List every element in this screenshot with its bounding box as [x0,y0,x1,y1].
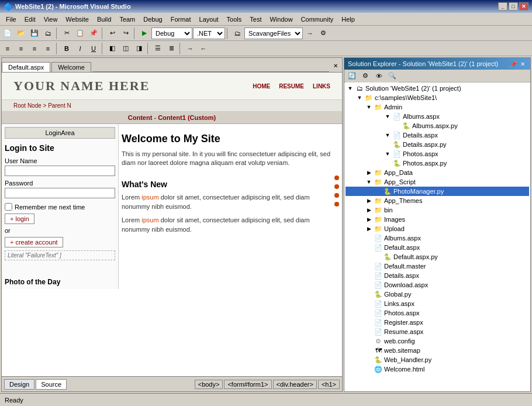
tree-app-themes[interactable]: ▶ 📁 App_Themes [346,196,529,205]
se-properties-button[interactable]: ⚙ [359,70,372,82]
h1-tag[interactable]: <h1> [318,380,340,389]
remember-me-checkbox[interactable] [5,203,12,211]
tree-details-root[interactable]: 📄 Details.aspx [346,271,529,280]
tree-webconfig[interactable]: ⚙ web.config [346,336,529,346]
username-input[interactable] [5,166,115,176]
albums-expander[interactable]: ▼ [383,113,392,119]
tree-photos-root[interactable]: 📄 Photos.aspx [346,308,529,318]
restore-button[interactable]: □ [509,2,518,11]
close-button[interactable]: ✕ [519,2,528,11]
nav-home[interactable]: HOME [253,83,270,90]
tree-default-py[interactable]: 🐍 Default.aspx.py [346,252,529,262]
tree-albums-aspx-admin[interactable]: ▼ 📄 Albums.aspx [346,112,529,121]
menu-test[interactable]: Test [246,15,265,24]
format-btn4[interactable]: ≡ [42,42,54,55]
appthemes-expander[interactable]: ▶ [364,198,374,204]
format-btn3[interactable]: ≡ [28,42,41,55]
open-button[interactable]: 📂 [15,27,27,40]
tree-root[interactable]: ▼ 📁 c:\samples\WebSite1\ [346,93,529,102]
run-button[interactable]: ▶ [138,27,151,40]
tree-admin[interactable]: ▼ 📁 Admin [346,102,529,112]
menu-help[interactable]: Help [338,15,358,24]
underline-button[interactable]: U [87,42,100,55]
images-expander[interactable]: ▶ [364,216,374,222]
tab-default-aspx[interactable]: Default.aspx [2,62,50,72]
cut-button[interactable]: ✂ [60,27,73,40]
tree-albums-root[interactable]: 📄 Albums.aspx [346,233,529,243]
tree-links[interactable]: 📄 Links.aspx [346,299,529,308]
redo-button[interactable]: ↪ [119,27,132,40]
debug-config-dropdown[interactable]: Debug [151,27,192,39]
admin-expander[interactable]: ▼ [364,104,374,110]
tree-webhandler[interactable]: 🐍 Web_Handler.py [346,355,529,364]
tree-photos-aspx-admin[interactable]: ▼ 📄 Photos.aspx [346,149,529,159]
menu-team[interactable]: Team [116,15,139,24]
bold-button[interactable]: B [60,42,73,55]
se-filter-button[interactable]: 🔍 [386,70,399,82]
undo-button[interactable]: ↩ [106,27,119,40]
list-ol-button[interactable]: ≣ [165,42,178,55]
tree-details-aspx-admin[interactable]: ▼ 📄 Details.aspx [346,130,529,140]
source-tab[interactable]: Source [36,379,67,390]
appscript-expander[interactable]: ▼ [364,179,374,185]
div-header-tag[interactable]: <div.header> [273,380,317,389]
tree-photomanager[interactable]: 🐍 PhotoManager.py [346,187,529,196]
nav-links[interactable]: LINKS [313,83,330,90]
form-tag[interactable]: <form#form1> [224,380,271,389]
menu-tools[interactable]: Tools [223,15,246,24]
go-button[interactable]: → [303,27,316,40]
options-button[interactable]: ⚙ [317,27,330,40]
tree-default-master[interactable]: 📄 Default.master [346,262,529,271]
password-input[interactable] [5,188,115,198]
framework-dropdown[interactable]: .NET [193,27,225,39]
italic-button[interactable]: I [74,42,87,55]
tree-upload[interactable]: ▶ 📁 Upload [346,224,529,233]
format-btn1[interactable]: ≡ [1,42,14,55]
tree-global-py[interactable]: 🐍 Global.py [346,290,529,299]
bin-expander[interactable]: ▶ [364,207,374,213]
login-button[interactable]: + login [5,214,34,224]
menu-format[interactable]: Format [167,15,195,24]
menu-community[interactable]: Community [298,15,337,24]
details-expander[interactable]: ▼ [383,132,392,138]
menu-file[interactable]: File [2,15,20,24]
menu-layout[interactable]: Layout [196,15,222,24]
tree-resume[interactable]: 📄 Resume.aspx [346,327,529,336]
menu-build[interactable]: Build [94,15,115,24]
list-ul-button[interactable]: ☰ [151,42,164,55]
save-button[interactable]: 💾 [28,27,41,40]
tree-download[interactable]: 📄 Download.aspx [346,280,529,290]
design-tab[interactable]: Design [4,379,34,390]
save-all-button[interactable]: 🗂 [42,27,54,40]
tree-app-data[interactable]: ▶ 📁 App_Data [346,168,529,177]
menu-website[interactable]: Website [62,15,92,24]
root-expander[interactable]: ▼ [355,95,364,101]
tree-welcome-html[interactable]: 🌐 Welcome.html [346,364,529,374]
se-close-button[interactable]: ✕ [519,60,527,68]
project-dropdown[interactable]: ScavangeFiles [244,27,303,39]
align-left-button[interactable]: ◧ [106,42,119,55]
close-document-button[interactable]: ✕ [329,59,342,72]
menu-debug[interactable]: Debug [140,15,165,24]
se-pin-button[interactable]: 📌 [509,60,517,68]
tab-welcome[interactable]: Welcome [51,62,91,72]
upload-expander[interactable]: ▶ [364,226,374,232]
tree-details-py-admin[interactable]: 🐍 Details.aspx.py [346,140,529,149]
photos-expander[interactable]: ▼ [383,151,392,157]
minimize-button[interactable]: _ [498,2,507,11]
body-tag[interactable]: <body> [195,380,223,389]
tree-websitemap[interactable]: 🗺 web.sitemap [346,346,529,355]
nav-resume[interactable]: RESUME [279,83,304,90]
paste-button[interactable]: 📌 [87,27,100,40]
indent-button[interactable]: → [184,42,196,55]
tree-albums-py-admin[interactable]: 🐍 Albums.aspx.py [346,121,529,130]
appdata-expander[interactable]: ▶ [364,170,374,176]
tree-app-script[interactable]: ▼ 📁 App_Script [346,177,529,187]
tree-images[interactable]: ▶ 📁 Images [346,215,529,224]
tree-bin[interactable]: ▶ 📁 bin [346,205,529,215]
tree-register[interactable]: 📄 Register.aspx [346,318,529,327]
solution-expander[interactable]: ▼ [346,85,355,91]
tree-default-aspx[interactable]: 📄 Default.aspx [346,243,529,252]
align-right-button[interactable]: ◨ [133,42,146,55]
format-btn2[interactable]: ≡ [15,42,27,55]
